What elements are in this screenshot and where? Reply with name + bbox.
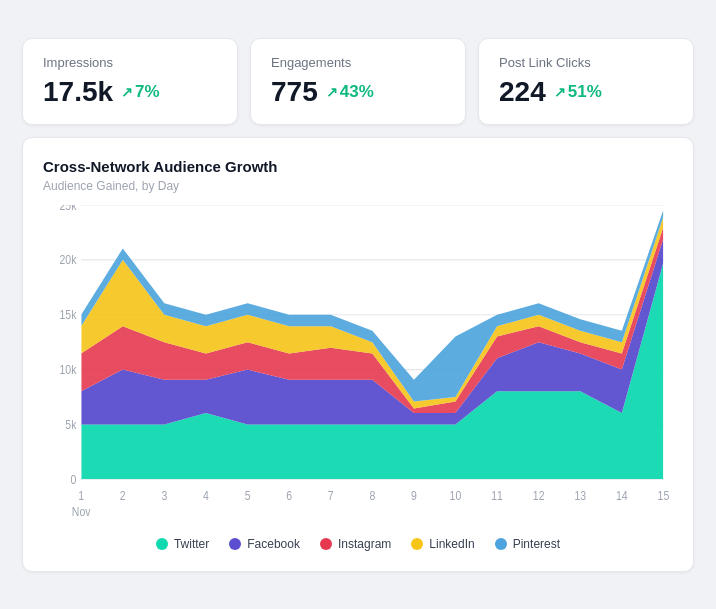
svg-text:5k: 5k — [65, 418, 76, 431]
svg-text:0: 0 — [71, 473, 77, 486]
impressions-pct: 7% — [135, 82, 160, 102]
pinterest-dot — [495, 538, 507, 550]
svg-text:5: 5 — [245, 489, 251, 502]
chart-area: 25k 20k 15k 10k 5k 0 1 2 — [43, 205, 673, 525]
engagements-pct: 43% — [340, 82, 374, 102]
svg-text:3: 3 — [161, 489, 167, 502]
post-link-clicks-change: ↗ 51% — [554, 82, 602, 102]
svg-text:7: 7 — [328, 489, 334, 502]
legend-pinterest: Pinterest — [495, 537, 560, 551]
svg-text:8: 8 — [369, 489, 375, 502]
impressions-change: ↗ 7% — [121, 82, 160, 102]
engagements-change: ↗ 43% — [326, 82, 374, 102]
svg-text:10: 10 — [450, 489, 462, 502]
twitter-label: Twitter — [174, 537, 209, 551]
twitter-dot — [156, 538, 168, 550]
svg-text:15k: 15k — [59, 308, 76, 321]
svg-text:12: 12 — [533, 489, 545, 502]
facebook-dot — [229, 538, 241, 550]
legend-linkedin: LinkedIn — [411, 537, 474, 551]
svg-text:Nov: Nov — [72, 505, 91, 518]
svg-text:9: 9 — [411, 489, 417, 502]
impressions-card: Impressions 17.5k ↗ 7% — [22, 38, 238, 125]
linkedin-label: LinkedIn — [429, 537, 474, 551]
post-link-clicks-value-row: 224 ↗ 51% — [499, 76, 673, 108]
svg-text:15: 15 — [658, 489, 670, 502]
chart-card: Cross-Network Audience Growth Audience G… — [22, 137, 694, 572]
chart-subtitle: Audience Gained, by Day — [43, 179, 673, 193]
main-container: Impressions 17.5k ↗ 7% Engagements 775 ↗… — [10, 26, 706, 584]
svg-text:1: 1 — [78, 489, 84, 502]
legend-facebook: Facebook — [229, 537, 300, 551]
impressions-label: Impressions — [43, 55, 217, 70]
instagram-dot — [320, 538, 332, 550]
engagements-label: Engagements — [271, 55, 445, 70]
chart-legend: Twitter Facebook Instagram LinkedIn Pint… — [43, 537, 673, 551]
engagements-value-row: 775 ↗ 43% — [271, 76, 445, 108]
impressions-arrow: ↗ — [121, 84, 133, 100]
engagements-arrow: ↗ — [326, 84, 338, 100]
post-link-clicks-pct: 51% — [568, 82, 602, 102]
post-link-clicks-arrow: ↗ — [554, 84, 566, 100]
facebook-label: Facebook — [247, 537, 300, 551]
svg-text:6: 6 — [286, 489, 292, 502]
svg-text:20k: 20k — [59, 253, 76, 266]
svg-text:11: 11 — [491, 489, 503, 502]
post-link-clicks-label: Post Link Clicks — [499, 55, 673, 70]
pinterest-label: Pinterest — [513, 537, 560, 551]
post-link-clicks-number: 224 — [499, 76, 546, 108]
svg-text:14: 14 — [616, 489, 628, 502]
linkedin-dot — [411, 538, 423, 550]
chart-title: Cross-Network Audience Growth — [43, 158, 673, 175]
legend-instagram: Instagram — [320, 537, 391, 551]
stats-row: Impressions 17.5k ↗ 7% Engagements 775 ↗… — [22, 38, 694, 125]
impressions-value-row: 17.5k ↗ 7% — [43, 76, 217, 108]
svg-text:4: 4 — [203, 489, 209, 502]
engagements-card: Engagements 775 ↗ 43% — [250, 38, 466, 125]
svg-text:25k: 25k — [59, 205, 76, 212]
instagram-label: Instagram — [338, 537, 391, 551]
svg-text:10k: 10k — [59, 363, 76, 376]
legend-twitter: Twitter — [156, 537, 209, 551]
svg-text:13: 13 — [574, 489, 586, 502]
impressions-number: 17.5k — [43, 76, 113, 108]
engagements-number: 775 — [271, 76, 318, 108]
svg-text:2: 2 — [120, 489, 126, 502]
post-link-clicks-card: Post Link Clicks 224 ↗ 51% — [478, 38, 694, 125]
chart-svg: 25k 20k 15k 10k 5k 0 1 2 — [43, 205, 673, 525]
